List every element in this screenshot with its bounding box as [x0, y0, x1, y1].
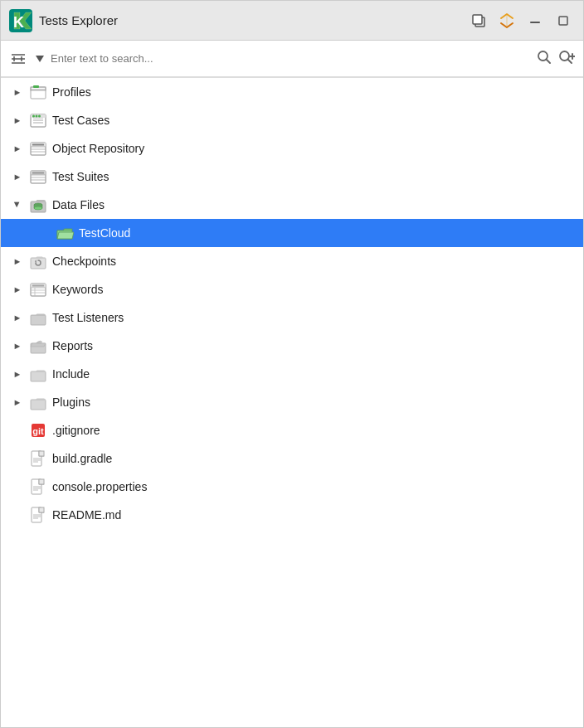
chevron-reports: ►: [11, 339, 24, 352]
title-bar: K Tests Explorer: [1, 1, 583, 41]
search-icon: [537, 50, 552, 65]
sync-button[interactable]: [495, 9, 518, 32]
maximize-icon: [557, 15, 569, 27]
svg-rect-57: [31, 315, 46, 325]
keywords-label: Keywords: [52, 283, 103, 296]
minimize-button[interactable]: [523, 9, 547, 32]
svg-point-31: [38, 115, 41, 118]
svg-rect-60: [31, 400, 46, 410]
svg-rect-43: [32, 172, 44, 174]
tree-item-testcloud[interactable]: TestCloud: [1, 219, 583, 247]
chevron-plugins: ►: [11, 396, 24, 409]
app-logo-icon: K: [9, 9, 32, 32]
chevron-test-cases: ►: [11, 114, 24, 127]
svg-text:K: K: [13, 14, 24, 31]
data-files-label: Data Files: [52, 198, 105, 211]
filter-button[interactable]: [7, 51, 29, 66]
include-icon: [29, 365, 47, 383]
tree-item-test-suites[interactable]: ► Test Suites: [1, 163, 583, 191]
title-bar-actions: [467, 9, 575, 32]
tree-item-keywords[interactable]: ► Keywords: [1, 275, 583, 303]
gitignore-label: .gitignore: [52, 424, 100, 437]
test-listeners-label: Test Listeners: [52, 311, 124, 324]
svg-rect-56: [32, 285, 44, 287]
svg-rect-74: [39, 507, 44, 512]
testcloud-icon: [56, 224, 74, 242]
svg-rect-23: [33, 85, 39, 88]
sync-icon: [499, 12, 515, 29]
console-properties-label: console.properties: [52, 480, 147, 493]
svg-rect-48: [31, 258, 46, 269]
chevron-checkpoints: ►: [11, 255, 24, 268]
checkpoints-label: Checkpoints: [52, 255, 116, 268]
tree-item-test-cases[interactable]: ► Test Cases: [1, 106, 583, 134]
plugins-icon: [29, 393, 47, 411]
object-repository-icon: [29, 139, 47, 158]
svg-rect-8: [559, 17, 567, 25]
tree-item-plugins[interactable]: ► Plugins: [1, 388, 583, 416]
copy-button[interactable]: [467, 9, 490, 32]
chevron-test-listeners: ►: [11, 311, 24, 324]
profiles-icon: [29, 83, 47, 101]
test-suites-label: Test Suites: [52, 170, 109, 183]
minimize-icon: [529, 15, 541, 27]
svg-rect-21: [31, 87, 46, 99]
svg-marker-14: [36, 56, 44, 62]
svg-line-16: [547, 59, 551, 63]
filter-dropdown-button[interactable]: [32, 54, 47, 64]
tree-item-reports[interactable]: ► Reports: [1, 332, 583, 360]
plugins-label: Plugins: [52, 396, 90, 409]
dropdown-arrow-icon: [36, 56, 44, 62]
profiles-label: Profiles: [52, 85, 91, 99]
tests-explorer-window: K Tests Explorer: [0, 0, 584, 728]
console-properties-icon: [29, 478, 47, 496]
data-files-icon: [29, 196, 47, 214]
keywords-icon: [29, 280, 47, 298]
svg-point-30: [36, 115, 38, 118]
tree-view: ► Profiles ►: [1, 77, 583, 727]
test-cases-label: Test Cases: [52, 114, 110, 127]
testcloud-label: TestCloud: [79, 226, 130, 240]
chevron-profiles: ►: [11, 85, 24, 99]
checkpoints-icon: [29, 252, 47, 270]
tree-item-console-properties[interactable]: console.properties: [1, 473, 583, 501]
tree-item-test-listeners[interactable]: ► Test Listeners: [1, 303, 583, 332]
svg-rect-37: [32, 144, 44, 146]
add-search-button[interactable]: [557, 48, 577, 70]
search-bar: [1, 41, 583, 77]
tree-item-build-gradle[interactable]: build.gradle: [1, 444, 583, 473]
chevron-keywords: ►: [11, 283, 24, 296]
add-search-icon: [558, 50, 575, 65]
tree-item-include[interactable]: ► Include: [1, 360, 583, 388]
readme-label: README.md: [52, 508, 121, 522]
tree-item-profiles[interactable]: ► Profiles: [1, 78, 583, 106]
window-title: Tests Explorer: [39, 13, 118, 27]
filter-icon: [11, 53, 26, 65]
tree-item-readme[interactable]: README.md: [1, 501, 583, 529]
reports-icon: [29, 337, 47, 355]
include-label: Include: [52, 367, 90, 381]
tree-item-checkpoints[interactable]: ► Checkpoints: [1, 247, 583, 275]
tree-item-gitignore[interactable]: git .gitignore: [1, 416, 583, 444]
search-button[interactable]: [535, 48, 553, 70]
svg-point-29: [32, 115, 35, 118]
test-suites-icon: [29, 167, 47, 186]
tree-item-data-files[interactable]: ► Data Files: [1, 191, 583, 219]
test-cases-icon: [29, 111, 47, 129]
svg-rect-5: [473, 15, 482, 24]
chevron-include: ►: [11, 367, 24, 381]
tree-item-object-repository[interactable]: ► Object Repository: [1, 134, 583, 163]
build-gradle-icon: [29, 449, 47, 468]
readme-icon: [29, 506, 47, 524]
svg-rect-59: [31, 371, 46, 381]
reports-label: Reports: [52, 339, 93, 352]
test-listeners-icon: [29, 308, 47, 327]
svg-rect-69: [39, 479, 44, 484]
search-input[interactable]: [51, 52, 532, 65]
svg-text:git: git: [32, 426, 44, 436]
svg-line-18: [568, 59, 572, 63]
svg-point-47: [34, 206, 42, 210]
maximize-button[interactable]: [552, 9, 575, 32]
gitignore-icon: git: [29, 421, 47, 439]
copy-icon: [471, 13, 486, 28]
